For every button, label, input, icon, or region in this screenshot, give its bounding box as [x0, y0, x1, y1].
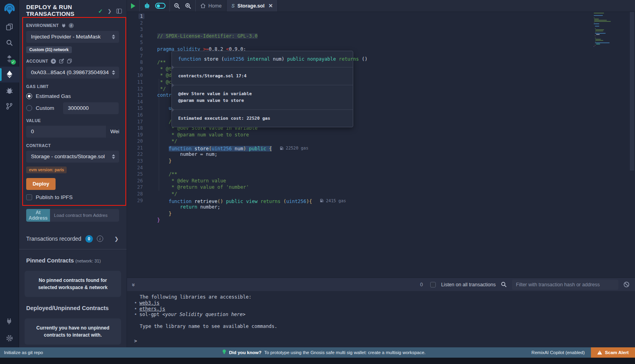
- tab-home[interactable]: Home: [196, 0, 226, 11]
- minimap-line: [594, 22, 595, 23]
- pin-panel-icon[interactable]: [116, 9, 122, 13]
- sign-message-icon[interactable]: [59, 59, 64, 63]
- at-address-button[interactable]: At Address: [26, 209, 50, 222]
- transactions-info-icon[interactable]: i: [97, 236, 103, 242]
- terminal-output[interactable]: The following libraries are accessible:•…: [127, 291, 635, 347]
- line-number: 17: [127, 119, 149, 125]
- environment-label: ENVIRONMENT: [26, 23, 59, 28]
- estimated-gas-option[interactable]: Estimated Gas: [26, 92, 119, 101]
- minimap-line: [596, 44, 600, 44]
- custom-gas-option[interactable]: Custom: [26, 104, 119, 113]
- run-script-icon[interactable]: [131, 3, 135, 9]
- minimap-line: [595, 45, 595, 46]
- contract-select[interactable]: Storage - contracts/Storage.sol: [26, 151, 119, 163]
- plugin-manager-icon[interactable]: [0, 313, 19, 329]
- code-line: function store(uint256 num) public {2252…: [157, 145, 635, 151]
- value-input[interactable]: [26, 126, 106, 138]
- publish-ipfs-row[interactable]: Publish to IPFS: [26, 194, 119, 200]
- listen-transactions-checkbox[interactable]: [430, 282, 436, 287]
- estimated-gas-label: Estimated Gas: [36, 93, 71, 99]
- minimap-line: [595, 39, 601, 40]
- transactions-recorded-row: Transactions recorded 0 i ❯: [19, 227, 127, 249]
- tab-storage-sol[interactable]: S Storage.sol ✕: [226, 0, 278, 11]
- code-line: // SPDX-License-Identifier: GPL-3.0: [157, 33, 635, 40]
- file-explorer-icon[interactable]: [0, 19, 19, 35]
- deploy-button[interactable]: Deploy: [26, 178, 56, 190]
- remix-logo-icon[interactable]: [0, 0, 19, 19]
- line-number: 23: [127, 158, 149, 165]
- scrollbar-thumb[interactable]: [630, 12, 634, 171]
- solidity-compiler-icon[interactable]: ✓: [0, 51, 19, 67]
- git-icon[interactable]: [0, 98, 19, 114]
- custom-gas-input[interactable]: [63, 102, 119, 114]
- transactions-expand-icon[interactable]: ❯: [114, 236, 119, 242]
- zoom-out-icon[interactable]: [174, 3, 180, 9]
- environment-info-icon[interactable]: i: [69, 23, 74, 28]
- line-number: 7: [127, 53, 149, 59]
- terminal-line: The following libraries are accessible:: [134, 294, 635, 300]
- code-editor[interactable]: 1234567891011121314151617181920212223242…: [127, 12, 635, 278]
- editor-minimap[interactable]: [594, 13, 617, 47]
- add-account-icon[interactable]: +: [51, 59, 56, 64]
- account-label: ACCOUNT: [26, 59, 48, 63]
- deploy-and-run-icon[interactable]: [0, 67, 19, 82]
- at-address-input[interactable]: [50, 209, 119, 222]
- zoom-group: [170, 0, 196, 11]
- line-number: 4: [127, 33, 149, 40]
- publish-ipfs-checkbox[interactable]: [26, 194, 32, 200]
- debugger-icon[interactable]: [0, 82, 19, 98]
- select-arrows-icon: [112, 154, 115, 159]
- code-line: function retrieve() public view returns …: [157, 197, 635, 204]
- terminal-count: 0: [420, 282, 423, 287]
- tab-storage-label: Storage.sol: [237, 3, 264, 9]
- copilot-status[interactable]: RemixAI Copilot (enabled): [531, 350, 585, 355]
- editor-scrollbar[interactable]: [630, 12, 634, 278]
- main-column: Home S Storage.sol ✕ 1234567891011121314…: [127, 0, 635, 347]
- line-number: 25: [127, 171, 149, 178]
- terminal-filter-input[interactable]: [512, 280, 618, 290]
- terminal-search-icon[interactable]: [501, 282, 507, 287]
- custom-gas-radio[interactable]: [26, 105, 32, 111]
- account-select[interactable]: 0xA03...85ac4 (0.398673504934: [26, 67, 119, 79]
- environment-select[interactable]: Injected Provider - MetaMask: [26, 31, 119, 43]
- line-number: 9: [127, 66, 149, 73]
- line-number: 18: [127, 125, 149, 132]
- terminal-toolbar: » 0 Listen on all transactions: [127, 278, 635, 291]
- line-number: 2: [127, 20, 149, 27]
- ai-robot-icon[interactable]: [144, 3, 150, 9]
- search-icon[interactable]: [0, 35, 19, 51]
- line-number: 11: [127, 79, 149, 86]
- clear-console-icon[interactable]: [623, 282, 629, 287]
- copy-account-icon[interactable]: [67, 59, 72, 63]
- icon-rail: ✓: [0, 0, 19, 347]
- terminal-prompt[interactable]: >: [134, 338, 137, 344]
- unpinned-contracts-title: Deployed/Unpinned Contracts: [26, 305, 109, 311]
- estimated-gas-radio[interactable]: [26, 93, 32, 99]
- tooltip-signature: function store (uint256 internal num) pu…: [172, 51, 353, 67]
- tab-close-icon[interactable]: ✕: [268, 3, 273, 9]
- line-number: 15: [127, 105, 149, 112]
- value-unit-select[interactable]: Wei: [106, 126, 119, 138]
- line-number: 1: [127, 13, 149, 20]
- indent-guide: [159, 79, 159, 191]
- expand-terminal-icon[interactable]: »: [131, 283, 137, 285]
- minimap-line: [594, 17, 595, 18]
- scam-alert-button[interactable]: Scam Alert: [591, 347, 635, 358]
- zoom-in-icon[interactable]: [185, 3, 191, 9]
- panel-chevron-icon[interactable]: ❯: [108, 8, 112, 14]
- code-line: */: [157, 191, 635, 197]
- git-init-status[interactable]: Initialize as git repo: [0, 350, 222, 355]
- settings-icon[interactable]: [0, 329, 19, 347]
- tooltip-doc: @dev Store value in variable @param num …: [172, 85, 353, 109]
- line-number: 3: [127, 26, 149, 33]
- code-line: * @param num value to store: [157, 132, 635, 138]
- library-link[interactable]: web3.js: [139, 300, 160, 306]
- status-bar: Initialize as git repo Did you know? To …: [0, 347, 635, 358]
- library-link[interactable]: ethers.js: [139, 306, 165, 312]
- copilot-toggle[interactable]: [155, 3, 165, 9]
- environment-value: Injected Provider - MetaMask: [31, 34, 110, 40]
- account-value: 0xA03...85ac4 (0.398673504934: [31, 69, 110, 75]
- compile-success-badge: ✓: [11, 59, 16, 65]
- plug-icon[interactable]: [62, 23, 66, 28]
- line-number: 16: [127, 112, 149, 119]
